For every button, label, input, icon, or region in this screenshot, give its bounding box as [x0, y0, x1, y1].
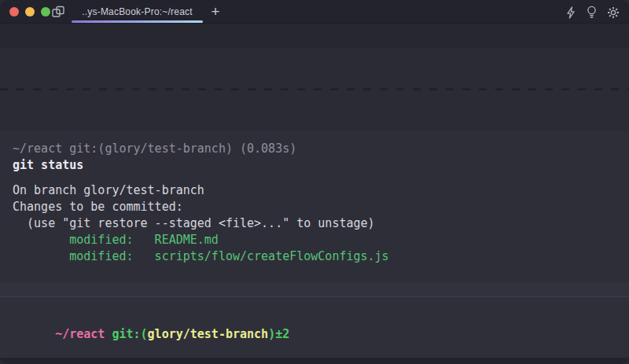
block-separator-dashed [0, 88, 629, 90]
prompt-change-indicator: ±2 [275, 327, 289, 341]
command-block[interactable]: ~/react git:(glory/test-branch) (0.083s)… [0, 131, 629, 282]
close-window-button[interactable] [9, 7, 19, 17]
warp-terminal-window: ..ys-MacBook-Pro:~/react + [0, 0, 629, 364]
minimize-window-button[interactable] [25, 7, 35, 17]
tab-title: ..ys-MacBook-Pro:~/react [82, 6, 193, 17]
zoom-window-button[interactable] [41, 7, 50, 17]
active-tab-indicator [72, 20, 203, 23]
output-line-staged-file: modified: scripts/flow/createFlowConfigs… [13, 248, 616, 265]
background-band-top [0, 24, 629, 48]
background-band-middle [0, 282, 629, 296]
output-line: Changes to be committed: [13, 199, 616, 215]
block-output: On branch glory/test-branch Changes to b… [13, 182, 616, 265]
tab-active[interactable]: ..ys-MacBook-Pro:~/react [72, 0, 203, 24]
traffic-lights [9, 7, 50, 17]
window-bottom-edge [0, 358, 629, 364]
prompt-git-prefix: git:( [105, 327, 147, 341]
input-block[interactable]: ~/react git:(glory/test-branch)±2 [0, 296, 629, 358]
output-line-staged-file: modified: README.md [13, 232, 616, 248]
title-bar: ..ys-MacBook-Pro:~/react + [0, 0, 629, 24]
output-line: (use "git restore --staged <file>..." to… [13, 215, 616, 232]
overlapping-windows-icon[interactable] [52, 6, 65, 18]
prompt-branch-name: glory/test-branch [148, 327, 269, 341]
block-command[interactable]: git status [13, 157, 616, 174]
prompt-git-suffix: ) [268, 327, 275, 341]
settings-gear-icon[interactable] [607, 6, 620, 19]
lightning-bolt-icon[interactable] [565, 6, 576, 19]
output-line: On branch glory/test-branch [13, 182, 616, 199]
shell-prompt: ~/react git:(glory/test-branch)±2 [13, 310, 616, 359]
prompt-directory: ~/react [55, 327, 105, 341]
lightbulb-icon[interactable] [587, 6, 597, 19]
new-tab-button[interactable]: + [207, 2, 224, 22]
block-context-line: ~/react git:(glory/test-branch) (0.083s) [13, 141, 616, 157]
titlebar-actions [565, 6, 620, 19]
